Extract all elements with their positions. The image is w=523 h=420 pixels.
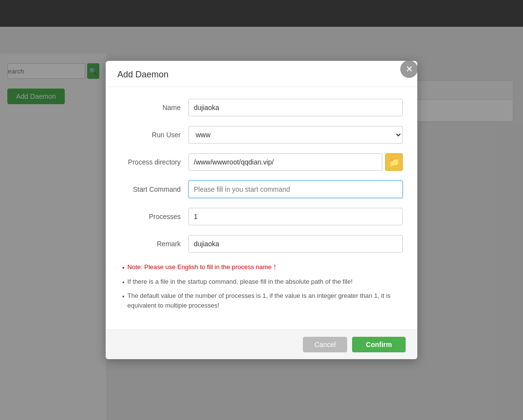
folder-browse-button[interactable]: 📁 (385, 153, 403, 171)
notes-section: • Note: Please use English to fill in th… (120, 262, 403, 322)
modal-close-button[interactable]: ✕ (400, 61, 417, 78)
start-command-input[interactable] (188, 181, 403, 198)
modal-body: Name 名字随意 Run User www (106, 87, 417, 329)
note-bullet-3: • (122, 292, 125, 302)
name-input[interactable] (188, 99, 403, 116)
processes-row: Processes (120, 208, 403, 225)
start-command-row: Start Command 运行命令 (120, 181, 403, 198)
add-daemon-modal: ✕ Add Daemon Name 名字随意 (106, 61, 417, 359)
process-dir-input-group: 📁 (188, 153, 403, 171)
name-label: Name (120, 104, 188, 111)
note-bullet-1: • (122, 263, 125, 273)
note-item-1: • Note: Please use English to fill in th… (120, 262, 403, 273)
remark-row: Remark (120, 235, 403, 253)
note-bullet-2: • (122, 278, 125, 288)
modal-footer: Cancel Confirm (106, 329, 417, 359)
modal-overlay: ✕ Add Daemon Name 名字随意 (0, 0, 523, 420)
process-dir-input[interactable] (188, 153, 382, 171)
process-dir-label: Process directory (120, 158, 188, 166)
modal-header: Add Daemon (106, 61, 417, 87)
run-user-label: Run User (120, 131, 188, 139)
remark-input[interactable] (188, 235, 403, 253)
close-icon: ✕ (406, 65, 413, 73)
run-user-select[interactable]: www (188, 126, 403, 144)
processes-input[interactable] (188, 208, 403, 225)
folder-icon: 📁 (389, 157, 399, 167)
note-item-2: • If there is a file in the startup comm… (120, 277, 403, 288)
note-text-1: Note: Please use English to fill in the … (128, 262, 278, 272)
start-command-label: Start Command (120, 185, 188, 193)
cancel-button[interactable]: Cancel (303, 337, 348, 352)
process-dir-row: Process directory 📁 运行目录 (120, 153, 403, 171)
run-user-row: Run User www WWW (120, 126, 403, 144)
name-row: Name 名字随意 (120, 99, 403, 116)
confirm-button[interactable]: Confirm (352, 337, 406, 352)
note-item-3: • The default value of the number of pro… (120, 291, 403, 310)
remark-label: Remark (120, 240, 188, 248)
modal-title: Add Daemon (117, 70, 168, 79)
note-text-3: The default value of the number of proce… (128, 291, 403, 310)
processes-label: Processes (120, 213, 188, 220)
note-text-2: If there is a file in the startup comman… (128, 277, 353, 287)
